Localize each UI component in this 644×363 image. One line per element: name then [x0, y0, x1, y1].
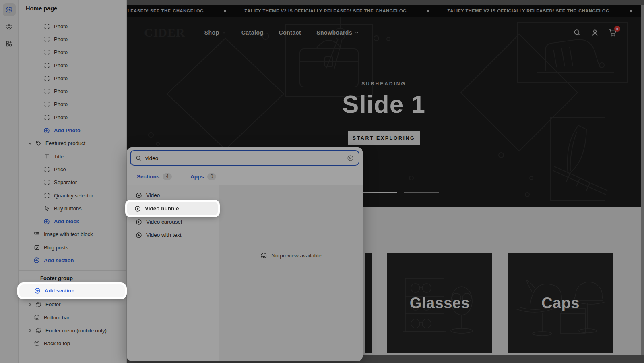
text-caret [159, 155, 159, 161]
search-modal-body: Video Video bubble Video carousel Video … [127, 185, 363, 361]
block-icon [43, 62, 50, 68]
announcement-separator [427, 10, 429, 12]
start-exploring-button[interactable]: START EXPLORING [348, 131, 420, 145]
section-row-bottom-bar[interactable]: Bottom bar [19, 311, 126, 324]
section-row-footer-menu[interactable]: Footer menu (mobile only) [19, 324, 126, 337]
play-circle-icon [136, 232, 142, 239]
plus-circle-icon [43, 218, 50, 225]
collection-card[interactable] [365, 253, 372, 353]
no-preview-message: No preview available [260, 252, 322, 259]
announcement-separator [224, 10, 226, 12]
sidebar-divider [19, 270, 126, 271]
section-row-back-to-top[interactable]: Back to top [19, 337, 126, 350]
section-tree: Photo Photo Photo Photo Photo Photo Phot… [19, 17, 126, 350]
slide-indicator-active[interactable] [362, 192, 397, 193]
section-row-image-with-text[interactable]: Image with text block [19, 228, 126, 241]
sections-icon[interactable] [3, 3, 16, 16]
play-circle-icon [136, 192, 142, 199]
clear-search-icon[interactable] [347, 155, 354, 162]
section-row-blog-posts[interactable]: Blog posts [19, 241, 126, 254]
search-icon [136, 155, 142, 161]
block-row-title[interactable]: Title [19, 150, 126, 163]
collection-card-caps[interactable]: Caps [508, 253, 613, 353]
block-row-photo[interactable]: Photo [19, 98, 126, 111]
block-row-photo[interactable]: Photo [19, 33, 126, 46]
collection-card-glasses[interactable]: Glasses [387, 253, 492, 353]
image-text-icon [33, 231, 40, 238]
chevron-right-icon[interactable] [27, 328, 33, 333]
search-results-list: Video Video bubble Video carousel Video … [127, 185, 219, 361]
collection-label: Caps [541, 295, 580, 312]
result-video-with-text[interactable]: Video with text [127, 228, 219, 242]
slide-indicator[interactable] [404, 192, 439, 193]
search-input-wrap: video [127, 147, 363, 168]
announcement-track: ZALIFY THEME V2 IS OFFICIALLY RELEASED! … [127, 8, 641, 13]
section-row-featured-product[interactable]: Featured product [19, 137, 126, 150]
block-row-quantity-selector[interactable]: Quantity selector [19, 189, 126, 202]
block-icon [43, 23, 50, 29]
block-row-buy-buttons[interactable]: Buy buttons [19, 202, 126, 215]
search-result-tabs: Sections 4 Apps 0 [127, 168, 363, 185]
block-icon [43, 101, 50, 108]
changelog-link[interactable]: CHANGELOG [173, 8, 204, 13]
blog-icon [33, 244, 40, 251]
search-query-text: video [145, 155, 158, 161]
tab-apps[interactable]: Apps 0 [190, 173, 216, 180]
add-section-search-modal: video Sections 4 Apps 0 Video Video bubb… [127, 147, 363, 361]
block-icon [43, 36, 50, 42]
play-circle-icon [134, 205, 141, 212]
block-row-photo[interactable]: Photo [19, 72, 126, 85]
add-section-button-template[interactable]: Add section [19, 254, 126, 267]
changelog-link[interactable]: CHANGELOG [578, 8, 609, 13]
block-row-photo[interactable]: Photo [19, 46, 126, 59]
hero-title: Slide 1 [342, 90, 425, 118]
block-icon [43, 166, 50, 172]
block-row-price[interactable]: Price [19, 163, 126, 176]
changelog-link[interactable]: CHANGELOG [376, 8, 407, 13]
search-input[interactable]: video [130, 150, 359, 166]
section-row-footer[interactable]: Footer [19, 298, 126, 311]
hero-subheading: SUBHEADING [361, 81, 406, 87]
block-row-separator[interactable]: Separator [19, 176, 126, 189]
plus-circle-icon [34, 288, 41, 294]
block-icon [43, 49, 50, 56]
theme-editor-sidebar: Home page Photo Photo Photo Photo Photo … [19, 0, 127, 363]
block-icon [43, 88, 50, 95]
section-preview-pane: No preview available [219, 185, 363, 361]
play-circle-icon [136, 219, 142, 225]
cursor-icon [43, 205, 50, 212]
preview-scrollbar[interactable] [641, 5, 644, 355]
announcement-message: ZALIFY THEME V2 IS OFFICIALLY RELEASED! … [244, 8, 408, 13]
apps-icon[interactable] [3, 37, 16, 50]
result-video-carousel[interactable]: Video carousel [127, 215, 219, 228]
add-section-button-footer[interactable]: Add section [19, 284, 125, 297]
block-icon [43, 192, 50, 199]
section-icon [35, 301, 41, 308]
add-photo-button[interactable]: Add Photo [19, 124, 126, 137]
result-video[interactable]: Video [127, 189, 219, 202]
section-icon [33, 314, 40, 321]
chevron-down-icon[interactable] [27, 141, 33, 146]
chevron-right-icon[interactable] [27, 302, 33, 307]
result-video-bubble[interactable]: Video bubble [127, 202, 218, 215]
tab-sections[interactable]: Sections 4 [137, 173, 172, 180]
announcement-bar: ZALIFY THEME V2 IS OFFICIALLY RELEASED! … [127, 5, 641, 17]
apps-count-badge: 0 [207, 173, 217, 180]
announcement-message: ZALIFY THEME V2 IS OFFICIALLY RELEASED! … [447, 8, 611, 13]
section-icon [33, 340, 40, 347]
add-block-button[interactable]: Add block [19, 215, 126, 228]
page-title: Home page [19, 0, 126, 17]
slide-indicators [362, 192, 439, 193]
announcement-separator [630, 10, 632, 12]
footer-group-heading: Footer group [19, 273, 126, 284]
gear-icon[interactable] [3, 20, 16, 33]
block-row-photo[interactable]: Photo [19, 111, 126, 124]
block-icon [43, 75, 50, 81]
block-icon [43, 179, 50, 186]
block-row-photo[interactable]: Photo [19, 20, 126, 33]
block-row-photo[interactable]: Photo [19, 85, 126, 97]
plus-circle-icon [33, 257, 40, 263]
collection-label: Glasses [410, 295, 470, 312]
block-row-photo[interactable]: Photo [19, 59, 126, 72]
tag-icon [35, 140, 41, 147]
